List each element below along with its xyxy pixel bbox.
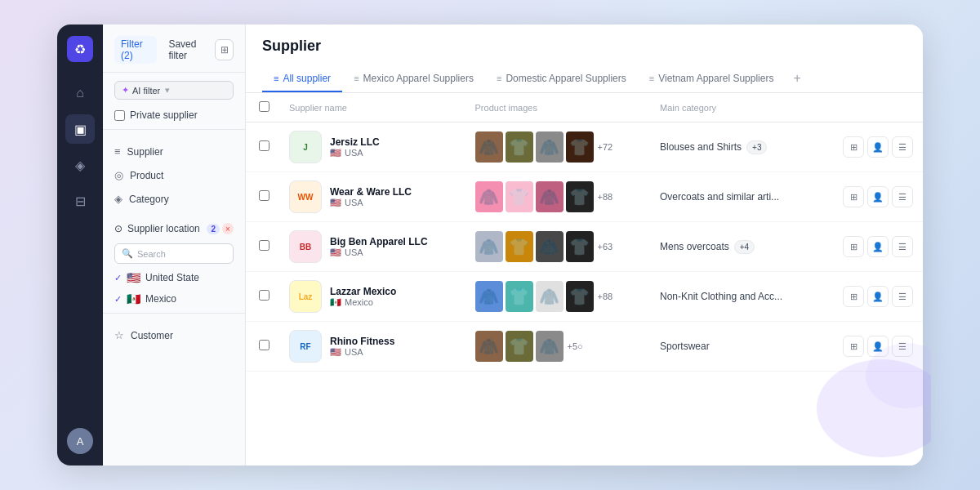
view-button-1[interactable]: ⊞ bbox=[843, 136, 864, 158]
user-button-3[interactable]: 👤 bbox=[867, 236, 889, 257]
product-images-3: 🧥 👕 🧥 👕 +63 bbox=[475, 231, 640, 262]
row-checkbox-2[interactable] bbox=[259, 190, 270, 201]
saved-filter-tab[interactable]: Saved filter bbox=[162, 36, 215, 64]
check-icon-usa: ✓ bbox=[114, 273, 122, 283]
menu-button-1[interactable]: ☰ bbox=[892, 136, 913, 158]
category-badge-3: +4 bbox=[734, 240, 755, 254]
col-main-category: Main category bbox=[650, 93, 817, 122]
user-avatar[interactable]: A bbox=[67, 428, 93, 454]
search-placeholder: Search bbox=[137, 249, 166, 259]
private-supplier-row[interactable]: Private supplier bbox=[103, 105, 245, 126]
location-option-usa[interactable]: ✓ 🇺🇸 United State bbox=[103, 267, 245, 288]
location-search-box[interactable]: 🔍 Search bbox=[114, 243, 234, 264]
tab-add-button[interactable]: + bbox=[785, 65, 808, 92]
private-supplier-checkbox[interactable] bbox=[114, 110, 125, 121]
app-shell: ♻ ⌂ ▣ ◈ ⊟ A Filter (2) Saved filter ⊞ ✦ … bbox=[57, 24, 923, 466]
category-filter-icon: ◈ bbox=[114, 193, 122, 205]
more-count-3: +63 bbox=[598, 242, 613, 252]
filter-item-category[interactable]: ◈ Category bbox=[114, 187, 234, 211]
row-actions-5: ⊞ 👤 ☰ bbox=[827, 336, 913, 357]
view-button-3[interactable]: ⊞ bbox=[843, 236, 864, 257]
tab-mexico[interactable]: ≡ Mexico Apparel Suppliers bbox=[342, 66, 485, 92]
supplier-logo-3: BB bbox=[289, 230, 322, 263]
country-label-4: Mexico bbox=[345, 297, 373, 307]
category-cell-1: Blouses and Shirts+3 bbox=[660, 140, 808, 154]
search-icon: 🔍 bbox=[122, 248, 133, 259]
row-checkbox-4[interactable] bbox=[259, 290, 270, 301]
location-filter-label: Supplier location bbox=[127, 223, 200, 234]
country-flag-3: 🇺🇸 bbox=[330, 247, 341, 258]
supplier-name-2: Wear & Ware LLC bbox=[330, 186, 412, 198]
supplier-logo-4: Laz bbox=[289, 280, 322, 313]
product-thumb-5-0: 🧥 bbox=[475, 331, 503, 362]
view-button-2[interactable]: ⊞ bbox=[843, 186, 864, 207]
page-header: Supplier ≡ All supplier ≡ Mexico Apparel… bbox=[246, 24, 923, 93]
filter-item-supplier-location[interactable]: ⊙ Supplier location 2 × bbox=[103, 217, 245, 240]
tab-vietnam[interactable]: ≡ Vietnam Apparel Suppliers bbox=[638, 66, 786, 92]
filter-item-product[interactable]: ◎ Product bbox=[114, 163, 234, 187]
table-header: Supplier name Product images Main catego… bbox=[246, 93, 923, 122]
country-flag-1: 🇺🇸 bbox=[330, 148, 341, 158]
location-option-mexico[interactable]: ✓ 🇲🇽 Mexico bbox=[103, 288, 245, 310]
row-actions-3: ⊞ 👤 ☰ bbox=[827, 236, 913, 257]
country-label-1: USA bbox=[345, 148, 363, 158]
filter-count-tab[interactable]: Filter (2) bbox=[114, 36, 157, 64]
menu-button-5[interactable]: ☰ bbox=[892, 336, 913, 357]
private-supplier-label: Private supplier bbox=[130, 109, 198, 121]
supplier-country-4: 🇲🇽 Mexico bbox=[330, 297, 396, 308]
sidebar-item-box[interactable]: ◈ bbox=[65, 150, 95, 180]
menu-button-4[interactable]: ☰ bbox=[892, 286, 913, 307]
filter-sections-bottom: ☆ Customer bbox=[103, 317, 245, 354]
user-button-1[interactable]: 👤 bbox=[867, 136, 889, 158]
select-all-checkbox[interactable] bbox=[259, 101, 270, 112]
table-row: RF Rhino Fitness 🇺🇸 USA 🧥 👕 🧥 +5○ Sport bbox=[246, 322, 923, 372]
user-button-4[interactable]: 👤 bbox=[867, 286, 889, 307]
ai-filter-button[interactable]: ✦ AI filter ▾ bbox=[114, 81, 234, 100]
flag-usa: 🇺🇸 bbox=[127, 271, 140, 284]
product-thumb-5-2: 🧥 bbox=[536, 331, 564, 362]
more-count-4: +88 bbox=[598, 292, 613, 301]
product-thumb-1-1: 👕 bbox=[506, 131, 533, 163]
row-checkbox-5[interactable] bbox=[259, 340, 270, 350]
sidebar-item-home[interactable]: ⌂ bbox=[65, 78, 95, 108]
product-thumb-1-0: 🧥 bbox=[475, 131, 503, 163]
supplier-name-4: Lazzar Mexico bbox=[330, 286, 396, 297]
ai-filter-label: AI filter bbox=[132, 86, 160, 96]
location-clear-button[interactable]: × bbox=[222, 223, 234, 234]
location-filter-icon: ⊙ bbox=[114, 223, 122, 234]
product-thumb-3-2: 🧥 bbox=[536, 231, 564, 262]
product-thumb-2-3: 👕 bbox=[566, 181, 594, 212]
category-text-2: Overcoats and similar arti... bbox=[660, 191, 779, 203]
category-text-4: Non-Knit Clothing and Acc... bbox=[660, 291, 782, 302]
row-checkbox-3[interactable] bbox=[259, 240, 270, 251]
supplier-info-2: Wear & Ware LLC 🇺🇸 USA bbox=[330, 186, 412, 208]
filter-sections: ≡ Supplier ◎ Product ◈ Category bbox=[103, 133, 245, 217]
filter-panel: Filter (2) Saved filter ⊞ ✦ AI filter ▾ … bbox=[103, 24, 246, 466]
view-button-4[interactable]: ⊞ bbox=[843, 286, 864, 307]
location-label-mexico: Mexico bbox=[145, 293, 176, 305]
category-text-3: Mens overcoats bbox=[660, 241, 729, 252]
filter-item-supplier[interactable]: ≡ Supplier bbox=[114, 140, 234, 163]
product-filter-icon: ◎ bbox=[114, 169, 123, 181]
tab-label-2: Domestic Apparel Suppliers bbox=[506, 73, 626, 84]
product-thumb-2-0: 🧥 bbox=[475, 181, 503, 212]
more-count-2: +88 bbox=[598, 192, 613, 202]
view-button-5[interactable]: ⊞ bbox=[843, 336, 864, 357]
menu-button-3[interactable]: ☰ bbox=[892, 236, 913, 257]
tab-all-supplier[interactable]: ≡ All supplier bbox=[262, 66, 342, 92]
product-images-2: 🧥 👕 🧥 👕 +88 bbox=[475, 181, 640, 212]
user-button-2[interactable]: 👤 bbox=[867, 186, 889, 207]
supplier-info-5: Rhino Fitness 🇺🇸 USA bbox=[330, 336, 394, 358]
product-thumb-4-1: 👕 bbox=[506, 281, 533, 312]
sidebar-item-supplier[interactable]: ▣ bbox=[65, 114, 95, 144]
user-button-5[interactable]: 👤 bbox=[867, 336, 889, 357]
tab-domestic[interactable]: ≡ Domestic Apparel Suppliers bbox=[485, 66, 638, 92]
supplier-name-1: Jersiz LLC bbox=[330, 136, 380, 148]
app-logo[interactable]: ♻ bbox=[67, 36, 93, 62]
tab-icon-0: ≡ bbox=[274, 74, 278, 83]
menu-button-2[interactable]: ☰ bbox=[892, 186, 913, 207]
filter-item-customer[interactable]: ☆ Customer bbox=[114, 323, 234, 347]
filter-edit-button[interactable]: ⊞ bbox=[215, 39, 234, 60]
sidebar-item-bookmark[interactable]: ⊟ bbox=[65, 186, 95, 216]
row-checkbox-1[interactable] bbox=[259, 140, 270, 151]
